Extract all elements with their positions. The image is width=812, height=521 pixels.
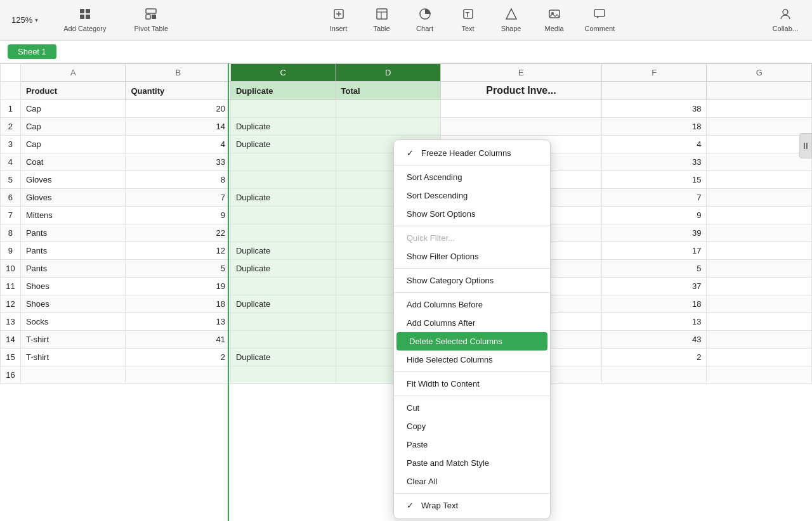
cell-f1: 38 <box>601 100 707 118</box>
cell-c7 <box>230 207 336 224</box>
menu-show-sort-options[interactable]: Show Sort Options <box>394 205 550 223</box>
cell-a1: Cap <box>20 100 126 118</box>
menu-show-filter-options[interactable]: Show Filter Options <box>394 247 550 266</box>
menu-quick-filter-label: Quick Filter... <box>407 233 455 243</box>
th-col-g <box>707 82 812 100</box>
shape-button[interactable]: Shape <box>492 4 530 36</box>
menu-sort-ascending[interactable]: Sort Ascending <box>394 168 550 186</box>
menu-hide-selected-columns-label: Hide Selected Columns <box>407 355 493 364</box>
cell-b13: 13 <box>126 313 231 331</box>
insert-button[interactable]: Insert <box>320 4 358 36</box>
menu-clear-all[interactable]: Clear All <box>394 472 550 491</box>
menu-show-category-options[interactable]: Show Category Options <box>394 271 550 290</box>
row-num-16: 16 <box>1 366 21 384</box>
menu-add-columns-after[interactable]: Add Columns After <box>394 314 550 332</box>
cell-f10: 5 <box>601 260 707 278</box>
menu-paste-label: Paste <box>407 440 428 449</box>
cell-a11: Shoes <box>20 278 126 295</box>
row-num-14: 14 <box>1 331 21 349</box>
svg-rect-3 <box>86 15 90 19</box>
cell-a13: Socks <box>20 313 126 331</box>
cell-f2: 18 <box>601 118 707 136</box>
menu-sort-descending[interactable]: Sort Descending <box>394 186 550 205</box>
pivot-table-icon <box>145 8 157 22</box>
menu-wrap-text[interactable]: Wrap Text <box>394 496 550 515</box>
cell-f3: 4 <box>601 136 707 153</box>
col-header-a[interactable]: A <box>20 64 126 82</box>
context-menu: Freeze Header Columns Sort Ascending Sor… <box>393 139 551 519</box>
pivot-table-button[interactable]: Pivot Table <box>128 4 175 36</box>
menu-divider-7 <box>394 493 550 494</box>
cell-a15: T-shirt <box>20 349 126 366</box>
cell-c2: Duplicate <box>230 118 336 136</box>
comment-button[interactable]: Comment <box>579 4 622 36</box>
cell-c6: Duplicate <box>230 189 336 207</box>
cell-g8 <box>707 224 812 242</box>
col-header-e[interactable]: E <box>441 64 602 82</box>
chart-icon <box>419 8 431 22</box>
col-header-d[interactable]: D <box>336 64 441 82</box>
cell-f4: 33 <box>601 153 707 171</box>
menu-copy[interactable]: Copy <box>394 417 550 435</box>
row-num-6: 6 <box>1 189 21 207</box>
cell-a12: Shoes <box>20 295 126 313</box>
svg-rect-6 <box>152 15 156 19</box>
menu-paste-match-style-label: Paste and Match Style <box>407 458 489 468</box>
menu-paste[interactable]: Paste <box>394 435 550 454</box>
row-num-5: 5 <box>1 171 21 189</box>
menu-freeze-header-label: Freeze Header Columns <box>421 148 511 158</box>
zoom-value: 125% <box>11 15 32 25</box>
shape-icon <box>505 8 518 22</box>
menu-fit-width[interactable]: Fit Width to Content <box>394 375 550 393</box>
cell-a5: Gloves <box>20 171 126 189</box>
toolbar: 125% ▾ Add Category P <box>0 0 812 41</box>
table-button[interactable]: Table <box>363 4 401 36</box>
svg-rect-2 <box>80 15 84 19</box>
menu-freeze-header[interactable]: Freeze Header Columns <box>394 144 550 162</box>
sheet-tab[interactable]: Sheet 1 <box>8 44 56 59</box>
text-button[interactable]: T Text <box>449 4 487 36</box>
row-num-1: 1 <box>1 100 21 118</box>
menu-delete-selected-columns[interactable]: Delete Selected Columns <box>396 332 547 351</box>
cell-c8 <box>230 224 336 242</box>
cell-a7: Mittens <box>20 207 126 224</box>
cell-a8: Pants <box>20 224 126 242</box>
column-header-row: A B C D E F G <box>1 64 812 82</box>
spreadsheet-area: A B C D E F G Product Quantity Duplicate… <box>0 63 812 521</box>
th-title: Product Inve... <box>441 82 602 100</box>
menu-paste-match-style[interactable]: Paste and Match Style <box>394 454 550 472</box>
cell-f8: 39 <box>601 224 707 242</box>
cell-g11 <box>707 278 812 295</box>
menu-hide-selected-columns[interactable]: Hide Selected Columns <box>394 351 550 369</box>
col-header-b[interactable]: B <box>126 64 231 82</box>
cell-g16 <box>707 366 812 384</box>
cell-a2: Cap <box>20 118 126 136</box>
zoom-control[interactable]: 125% ▾ <box>8 13 42 27</box>
cell-b12: 18 <box>126 295 231 313</box>
cell-b6: 7 <box>126 189 231 207</box>
cell-b5: 8 <box>126 171 231 189</box>
menu-cut-label: Cut <box>407 403 419 413</box>
media-icon <box>548 8 561 22</box>
menu-add-columns-before[interactable]: Add Columns Before <box>394 295 550 314</box>
col-header-f[interactable]: F <box>601 64 707 82</box>
text-icon: T <box>462 8 475 22</box>
col-header-c[interactable]: C <box>230 64 336 82</box>
row-num-12: 12 <box>1 295 21 313</box>
collapse-handle[interactable]: ⏸ <box>799 133 812 158</box>
add-category-button[interactable]: Add Category <box>57 4 112 36</box>
row-num-13: 13 <box>1 313 21 331</box>
menu-quick-filter: Quick Filter... <box>394 229 550 247</box>
menu-cut[interactable]: Cut <box>394 399 550 417</box>
collab-button[interactable]: Collab... <box>766 4 804 36</box>
comment-label: Comment <box>585 25 615 32</box>
svg-rect-1 <box>86 9 90 13</box>
menu-divider-2 <box>394 226 550 226</box>
cell-a3: Cap <box>20 136 126 153</box>
col-header-g[interactable]: G <box>707 64 812 82</box>
cell-g7 <box>707 207 812 224</box>
svg-marker-16 <box>506 9 516 19</box>
chart-button[interactable]: Chart <box>406 4 444 36</box>
media-button[interactable]: Media <box>535 4 573 36</box>
row-num-0 <box>1 82 21 100</box>
